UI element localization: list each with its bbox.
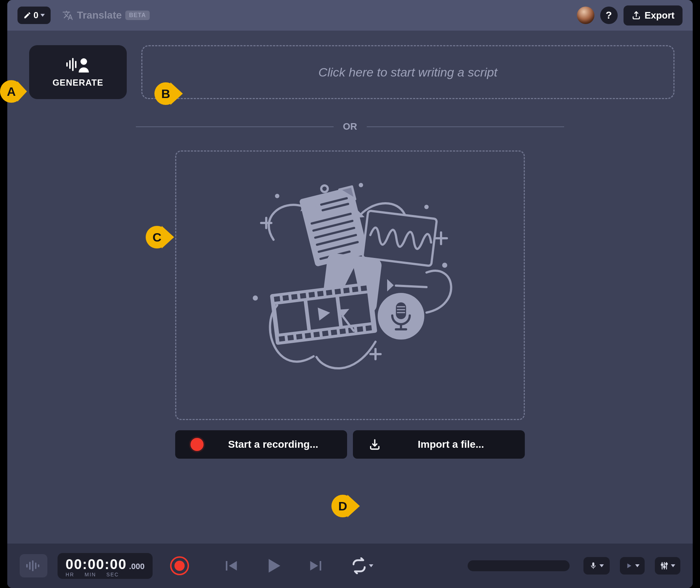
record-button[interactable] — [170, 556, 189, 575]
annotation-marker-d: D — [331, 495, 360, 517]
svg-rect-44 — [322, 330, 329, 336]
svg-point-73 — [661, 564, 663, 566]
svg-rect-33 — [317, 291, 324, 297]
svg-point-75 — [664, 566, 665, 568]
play-button[interactable] — [262, 554, 285, 577]
start-recording-label: Start a recording... — [214, 439, 333, 450]
svg-point-9 — [253, 295, 258, 301]
mixer-dropdown[interactable] — [655, 557, 680, 575]
annotation-marker-c: C — [146, 226, 174, 248]
loop-button[interactable] — [351, 557, 373, 574]
play-small-icon — [625, 562, 633, 570]
svg-rect-31 — [300, 293, 306, 299]
generate-label: GENERATE — [52, 78, 103, 88]
export-icon — [632, 11, 641, 20]
annotation-d-label: D — [331, 495, 354, 517]
playhead-dropdown[interactable] — [620, 557, 645, 575]
svg-rect-3 — [72, 58, 74, 71]
svg-rect-71 — [593, 568, 594, 569]
help-button[interactable]: ? — [600, 7, 618, 24]
waveform-chip[interactable] — [20, 554, 47, 577]
divider-line — [136, 126, 334, 127]
pencil-count: 0 — [34, 10, 38, 20]
main-canvas: GENERATE Click here to start writing a s… — [7, 31, 693, 544]
or-divider: OR — [136, 121, 564, 132]
top-bar: 0 Translate BETA ? Export — [7, 0, 693, 31]
svg-rect-50 — [276, 301, 307, 334]
svg-rect-49 — [366, 325, 372, 331]
export-button[interactable]: Export — [624, 5, 683, 26]
chevron-down-icon — [599, 564, 604, 567]
skip-back-button[interactable] — [221, 556, 240, 575]
svg-rect-42 — [305, 333, 311, 338]
svg-rect-69 — [35, 562, 36, 569]
dropzone-actions: Start a recording... Import a file... — [175, 430, 525, 459]
svg-rect-29 — [283, 295, 289, 301]
transport-bar: 00:00:00 .000 HR MIN SEC — [7, 544, 693, 588]
annotation-c-label: C — [146, 226, 168, 248]
svg-point-6 — [275, 194, 279, 198]
svg-rect-25 — [362, 211, 437, 266]
svg-point-13 — [424, 205, 429, 209]
annotation-marker-b: B — [154, 82, 183, 105]
dropzone-illustration-icon: A — [223, 174, 477, 396]
or-label: OR — [343, 121, 357, 132]
timecode-sec-label: SEC — [106, 572, 119, 577]
mic-icon — [589, 562, 597, 570]
timecode-hr-label: HR — [66, 572, 74, 577]
record-icon — [190, 438, 204, 451]
generate-button[interactable]: GENERATE — [29, 45, 127, 99]
annotation-a-label: A — [0, 80, 23, 103]
pencil-dropdown[interactable]: 0 — [17, 7, 51, 24]
svg-rect-40 — [287, 335, 294, 341]
mic-dropdown[interactable] — [583, 557, 610, 575]
svg-rect-32 — [308, 292, 315, 298]
svg-rect-4 — [75, 61, 76, 68]
svg-point-12 — [359, 183, 363, 187]
script-placeholder-text: Click here to start writing a script — [318, 65, 497, 79]
skip-forward-button[interactable] — [307, 556, 326, 575]
file-dropzone[interactable]: A — [175, 150, 525, 420]
timecode-min-label: MIN — [84, 572, 96, 577]
chevron-down-icon — [671, 564, 675, 567]
svg-rect-30 — [291, 294, 298, 300]
script-row: GENERATE Click here to start writing a s… — [29, 45, 675, 99]
loop-icon — [351, 557, 367, 574]
chevron-down-icon — [635, 564, 640, 567]
svg-rect-2 — [69, 60, 71, 69]
svg-rect-68 — [32, 560, 34, 571]
sliders-icon — [660, 561, 669, 570]
svg-rect-48 — [357, 326, 363, 332]
translate-button[interactable]: Translate BETA — [56, 7, 155, 24]
svg-rect-41 — [296, 334, 303, 340]
chevron-down-icon — [369, 564, 373, 567]
translate-icon — [62, 10, 73, 21]
svg-rect-66 — [26, 564, 28, 568]
timecode-ms: .000 — [129, 562, 145, 571]
svg-rect-46 — [339, 328, 346, 334]
chevron-down-icon — [40, 14, 45, 17]
svg-point-77 — [666, 563, 668, 565]
annotation-b-label: B — [154, 82, 177, 105]
volume-track[interactable] — [468, 560, 570, 571]
svg-rect-1 — [66, 62, 68, 67]
svg-point-5 — [80, 58, 87, 65]
svg-point-10 — [442, 263, 447, 268]
divider-line — [367, 126, 565, 127]
svg-rect-37 — [352, 286, 358, 292]
import-icon — [369, 438, 381, 451]
import-file-button[interactable]: Import a file... — [353, 430, 525, 459]
transport-controls — [221, 554, 326, 577]
svg-rect-45 — [331, 329, 337, 335]
svg-rect-70 — [38, 564, 39, 567]
timecode-display[interactable]: 00:00:00 .000 HR MIN SEC — [58, 553, 153, 579]
start-recording-button[interactable]: Start a recording... — [175, 430, 347, 459]
avatar[interactable] — [577, 7, 594, 24]
script-input-placeholder[interactable]: Click here to start writing a script — [141, 45, 675, 99]
svg-marker-63 — [387, 279, 394, 291]
export-label: Export — [645, 10, 675, 21]
svg-rect-28 — [274, 296, 280, 302]
timecode-value: 00:00:00 — [66, 557, 127, 572]
svg-rect-34 — [326, 290, 333, 295]
waveform-icon — [25, 560, 42, 571]
